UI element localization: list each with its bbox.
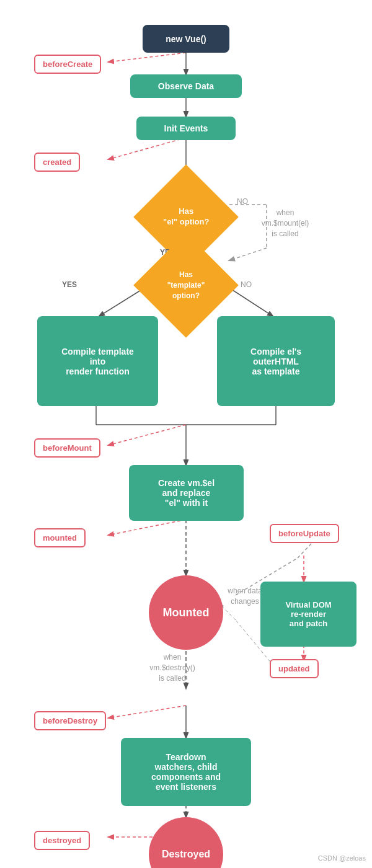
has-template-text: Has "template" option?: [167, 270, 205, 301]
virtual-dom-node: Virtual DOM re-render and patch: [260, 582, 356, 647]
teardown-node: Teardown watchers, child components and …: [121, 738, 251, 806]
destroyed-circle: Destroyed: [149, 817, 223, 868]
mounted-hook: mounted: [34, 528, 86, 547]
compile-el-node: Compile el's outerHTML as template: [217, 316, 335, 406]
template-yes-label: YES: [62, 280, 77, 289]
svg-line-26: [108, 706, 186, 718]
svg-line-7: [229, 248, 267, 260]
vm-mount-text: when vm.$mount(el) is called: [262, 208, 309, 239]
lifecycle-diagram: new Vue() beforeCreate Observe Data Init…: [0, 0, 372, 868]
destroyed-circle-label: Destroyed: [162, 849, 210, 860]
new-vue-label: new Vue(): [166, 34, 206, 44]
destroyed-label: destroyed: [43, 836, 81, 845]
init-events-label: Init Events: [164, 123, 208, 133]
before-mount-label: beforeMount: [43, 443, 92, 453]
updated-label: updated: [278, 664, 310, 673]
compile-template-node: Compile template into render function: [37, 316, 158, 406]
before-update-label: beforeUpdate: [278, 529, 330, 538]
compile-el-label: Compile el's outerHTML as template: [250, 347, 301, 376]
created-hook: created: [34, 153, 80, 172]
before-update-hook: beforeUpdate: [270, 524, 339, 543]
template-no-label: NO: [241, 280, 252, 289]
observe-data-node: Observe Data: [130, 74, 242, 98]
data-changes-text: when data changes: [228, 586, 262, 607]
before-create-label: beforeCreate: [43, 60, 92, 69]
before-create-hook: beforeCreate: [34, 55, 101, 74]
before-mount-hook: beforeMount: [34, 438, 100, 458]
svg-line-15: [108, 425, 186, 445]
before-destroy-label: beforeDestroy: [43, 716, 97, 725]
updated-hook: updated: [270, 659, 319, 678]
create-vm-el-label: Create vm.$el and replace "el" with it: [158, 478, 215, 508]
teardown-label: Teardown watchers, child components and …: [151, 752, 221, 792]
create-vm-el-node: Create vm.$el and replace "el" with it: [129, 465, 244, 521]
mounted-label: mounted: [43, 533, 77, 542]
init-events-node: Init Events: [136, 117, 236, 140]
svg-line-17: [108, 520, 186, 535]
compile-template-label: Compile template into render function: [61, 347, 134, 376]
vm-destroy-text: when vm.$destroy() is called: [149, 652, 195, 683]
destroyed-hook: destroyed: [34, 831, 90, 850]
virtual-dom-label: Virtual DOM re-render and patch: [285, 600, 331, 628]
el-no-label: NO: [237, 197, 248, 206]
created-label: created: [43, 157, 71, 167]
svg-line-3: [108, 138, 186, 159]
before-destroy-hook: beforeDestroy: [34, 711, 106, 730]
watermark: CSDN @zeloas: [318, 854, 366, 862]
observe-data-label: Observe Data: [158, 81, 214, 91]
has-el-text: Has "el" option?: [163, 206, 209, 228]
vm-destroy-note: when vm.$destroy() is called: [135, 652, 210, 683]
new-vue-node: new Vue(): [143, 25, 229, 53]
mounted-circle-label: Mounted: [163, 606, 210, 619]
vm-mount-note: when vm.$mount(el) is called: [245, 208, 326, 239]
svg-line-0: [108, 53, 186, 62]
